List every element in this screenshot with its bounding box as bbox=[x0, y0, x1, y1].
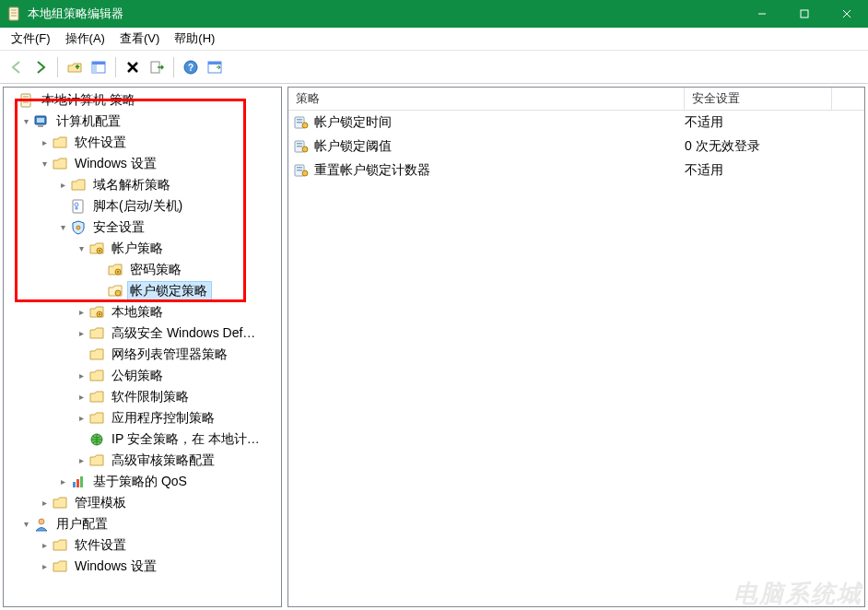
globe-icon bbox=[88, 431, 105, 448]
close-button[interactable] bbox=[826, 0, 868, 28]
tree-public-key[interactable]: ▸ 公钥策略 bbox=[4, 365, 281, 386]
chevron-right-icon[interactable]: ▸ bbox=[55, 476, 70, 487]
chevron-right-icon[interactable]: ▸ bbox=[55, 180, 70, 190]
chevron-right-icon[interactable]: ▸ bbox=[74, 307, 88, 317]
tree-software-restriction[interactable]: ▸ 软件限制策略 bbox=[4, 386, 281, 407]
tree-windows-settings[interactable]: ▾ Windows 设置 bbox=[4, 153, 281, 174]
tree-security-settings[interactable]: ▾ 安全设置 bbox=[4, 217, 281, 238]
tree-scripts[interactable]: ▶ 脚本(启动/关机) bbox=[4, 195, 281, 217]
tree-account-policies[interactable]: ▾ 帐户策略 bbox=[4, 238, 281, 259]
folder-lock-open-icon bbox=[107, 283, 123, 299]
folder-icon bbox=[70, 177, 87, 194]
svg-rect-31 bbox=[801, 10, 808, 18]
policy-item-icon bbox=[294, 139, 311, 154]
menu-action[interactable]: 操作(A) bbox=[58, 28, 112, 50]
tree-root[interactable]: ▶ 本地计算机 策略 bbox=[4, 89, 281, 111]
window-title: 本地组策略编辑器 bbox=[28, 6, 741, 22]
tree-label: 软件设置 bbox=[72, 535, 131, 556]
policy-name: 重置帐户锁定计数器 bbox=[314, 162, 685, 179]
script-icon bbox=[70, 198, 87, 215]
user-icon bbox=[33, 516, 50, 533]
twist-none: ▶ bbox=[4, 95, 18, 105]
up-button[interactable] bbox=[64, 56, 86, 78]
list-pane[interactable]: 策略 安全设置 帐户锁定时间 不适用 帐户锁定阈值 0 次无效登录 重置帐户锁定… bbox=[287, 87, 865, 607]
policy-setting: 不适用 bbox=[685, 162, 832, 179]
tree-label: 高级审核策略配置 bbox=[109, 451, 219, 471]
list-item[interactable]: 重置帐户锁定计数器 不适用 bbox=[288, 158, 864, 182]
column-header-policy[interactable]: 策略 bbox=[288, 88, 685, 110]
tree-user-config[interactable]: ▾ 用户配置 bbox=[4, 513, 281, 534]
maximize-button[interactable] bbox=[783, 0, 826, 28]
tree-label: 基于策略的 QoS bbox=[90, 472, 192, 492]
tree-label: 本地策略 bbox=[109, 302, 168, 323]
menu-help[interactable]: 帮助(H) bbox=[167, 28, 222, 50]
chevron-right-icon[interactable]: ▸ bbox=[74, 392, 88, 402]
folder-icon bbox=[52, 495, 68, 511]
folder-icon bbox=[52, 135, 68, 151]
folder-lock-icon bbox=[88, 240, 105, 257]
chevron-right-icon[interactable]: ▸ bbox=[74, 370, 88, 381]
tree-label: 脚本(启动/关机) bbox=[90, 196, 187, 217]
chevron-down-icon[interactable]: ▾ bbox=[74, 243, 88, 253]
tree-user-windows-settings[interactable]: ▸ Windows 设置 bbox=[4, 556, 281, 577]
chevron-right-icon[interactable]: ▸ bbox=[37, 137, 52, 147]
delete-button[interactable] bbox=[122, 56, 144, 78]
policy-setting: 0 次无效登录 bbox=[685, 138, 832, 155]
tree-pane[interactable]: ▶ 本地计算机 策略 ▾ 计算机配置 ▸ 软件设置 ▾ Windows 设置 ▸ bbox=[3, 87, 282, 607]
menubar: 文件(F) 操作(A) 查看(V) 帮助(H) bbox=[0, 28, 868, 51]
chevron-right-icon[interactable]: ▸ bbox=[74, 455, 88, 465]
tree-label: 计算机配置 bbox=[53, 111, 125, 132]
folder-icon bbox=[52, 558, 68, 575]
tree-computer-config[interactable]: ▾ 计算机配置 bbox=[4, 111, 281, 132]
twist-none: ▶ bbox=[92, 264, 107, 275]
policy-name: 帐户锁定时间 bbox=[314, 114, 685, 131]
list-item[interactable]: 帐户锁定阈值 0 次无效登录 bbox=[288, 135, 864, 158]
tree-label: Windows 设置 bbox=[72, 557, 161, 577]
tree-label: 公钥策略 bbox=[109, 366, 168, 386]
show-hide-tree-button[interactable] bbox=[88, 56, 110, 78]
menu-file[interactable]: 文件(F) bbox=[4, 28, 58, 50]
column-header-security-setting[interactable]: 安全设置 bbox=[685, 88, 832, 110]
policy-item-icon bbox=[294, 115, 311, 130]
chevron-right-icon[interactable]: ▸ bbox=[37, 561, 52, 571]
tree-label: 用户配置 bbox=[53, 514, 112, 534]
app-icon bbox=[7, 6, 22, 21]
chevron-down-icon[interactable]: ▾ bbox=[37, 158, 52, 169]
bars-icon bbox=[70, 474, 87, 490]
chevron-right-icon[interactable]: ▸ bbox=[37, 540, 52, 550]
back-button[interactable] bbox=[6, 56, 28, 78]
tree-admin-templates[interactable]: ▸ 管理模板 bbox=[4, 492, 281, 513]
chevron-down-icon[interactable]: ▾ bbox=[55, 222, 70, 232]
twist-none: ▶ bbox=[74, 349, 88, 359]
shield-icon bbox=[70, 219, 87, 236]
tree-ipsec[interactable]: ▶ IP 安全策略，在 本地计… bbox=[4, 428, 281, 450]
toolbar bbox=[0, 51, 868, 84]
minimize-button[interactable] bbox=[741, 0, 783, 28]
export-list-button[interactable] bbox=[146, 56, 168, 78]
tree-account-lockout-policy[interactable]: ▶ 帐户锁定策略 bbox=[4, 280, 281, 301]
chevron-right-icon[interactable]: ▸ bbox=[37, 498, 52, 508]
help-button[interactable] bbox=[180, 56, 202, 78]
chevron-down-icon[interactable]: ▾ bbox=[18, 519, 33, 529]
chevron-right-icon[interactable]: ▸ bbox=[74, 413, 88, 423]
tree-local-policies[interactable]: ▸ 本地策略 bbox=[4, 301, 281, 323]
menu-view[interactable]: 查看(V) bbox=[112, 28, 167, 50]
tree-adv-firewall[interactable]: ▸ 高级安全 Windows Def… bbox=[4, 323, 281, 344]
forward-button[interactable] bbox=[29, 56, 52, 78]
tree-app-control[interactable]: ▸ 应用程序控制策略 bbox=[4, 407, 281, 428]
tree-user-software-settings[interactable]: ▸ 软件设置 bbox=[4, 534, 281, 556]
chevron-right-icon[interactable]: ▸ bbox=[74, 328, 88, 338]
tree-adv-audit[interactable]: ▸ 高级审核策略配置 bbox=[4, 450, 281, 471]
tree-network-list-mgr[interactable]: ▶ 网络列表管理器策略 bbox=[4, 344, 281, 365]
policy-setting: 不适用 bbox=[685, 114, 832, 131]
tree-qos[interactable]: ▸ 基于策略的 QoS bbox=[4, 471, 281, 492]
show-details-button[interactable] bbox=[204, 56, 226, 78]
toolbar-separator bbox=[173, 57, 174, 77]
tree-label: 网络列表管理器策略 bbox=[109, 345, 232, 365]
tree-password-policy[interactable]: ▶ 密码策略 bbox=[4, 259, 281, 280]
tree-name-resolution-policy[interactable]: ▸ 域名解析策略 bbox=[4, 174, 281, 195]
list-item[interactable]: 帐户锁定时间 不适用 bbox=[288, 111, 864, 135]
tree-label: 管理模板 bbox=[72, 493, 131, 513]
chevron-down-icon[interactable]: ▾ bbox=[18, 116, 33, 126]
tree-software-settings[interactable]: ▸ 软件设置 bbox=[4, 132, 281, 153]
